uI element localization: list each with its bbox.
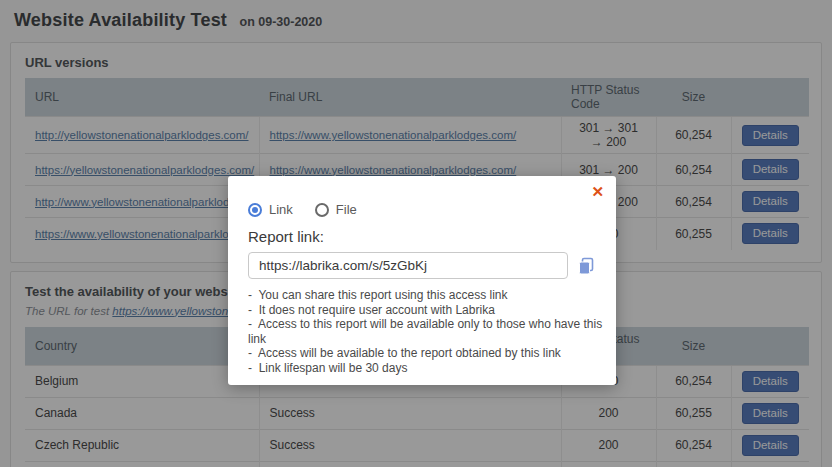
radio-link-option[interactable]: Link (248, 202, 293, 217)
share-type-radio-group: Link File (248, 202, 357, 217)
share-note: Access to this report will be available … (248, 317, 616, 346)
radio-file-option[interactable]: File (315, 202, 357, 217)
report-link-row (248, 252, 600, 279)
report-link-label: Report link: (248, 228, 324, 245)
radio-file-label: File (336, 202, 357, 217)
report-link-input[interactable] (248, 252, 568, 279)
radio-unselected-icon[interactable] (315, 203, 329, 217)
radio-selected-icon[interactable] (248, 203, 262, 217)
share-note: Link lifespan will be 30 days (248, 361, 616, 376)
copy-icon[interactable] (578, 257, 595, 275)
close-icon[interactable]: ✕ (589, 180, 606, 204)
share-note: Access will be available to the report o… (248, 346, 616, 361)
share-note: You can share this report using this acc… (248, 288, 616, 303)
radio-link-label: Link (269, 202, 293, 217)
share-notes-list: You can share this report using this acc… (248, 288, 616, 376)
share-note: It does not require user account with La… (248, 303, 616, 318)
share-report-modal: ✕ Link File Report link: You can share t… (228, 176, 616, 385)
